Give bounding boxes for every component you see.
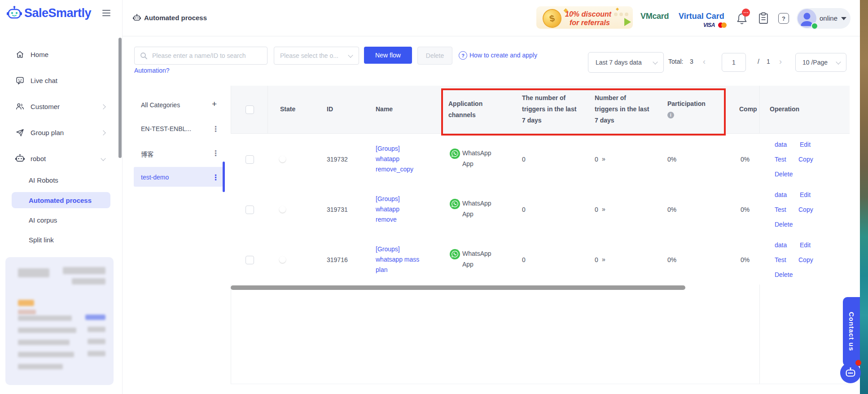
col-name: Name (376, 104, 393, 115)
vmcard-product[interactable]: Virtual Card (679, 12, 724, 21)
coin-icon: $ (541, 7, 563, 29)
page-size-chevron-down-icon (836, 59, 841, 64)
op-test-link[interactable]: Test (775, 256, 786, 263)
search-input[interactable] (151, 52, 267, 60)
tasks-clipboard-icon[interactable] (758, 12, 769, 26)
double-arrow-icon[interactable]: » (602, 155, 605, 162)
help-circle-icon: ? (459, 51, 467, 60)
sidebar-item-ai-robots[interactable]: AI Robots (29, 176, 58, 184)
promo-arrow-icon (624, 18, 631, 26)
online-status-dot (811, 22, 818, 30)
double-arrow-icon[interactable]: » (602, 256, 605, 263)
vmcard-brand[interactable]: VMcard (640, 12, 669, 21)
triggers-number-value: 0 (522, 156, 526, 163)
page-size-select[interactable]: 10 /Page (795, 53, 846, 72)
completion-value: 0% (741, 156, 750, 163)
category-kebab-icon[interactable]: ⋮ (212, 173, 219, 182)
sidebar-scrollbar[interactable] (118, 38, 122, 158)
row-checkbox[interactable] (245, 155, 254, 164)
participation-value: 0% (667, 206, 676, 213)
op-edit-link[interactable]: Edit (800, 141, 811, 148)
next-page-chevron-icon[interactable]: › (779, 57, 782, 66)
add-category-plus-icon[interactable]: + (212, 99, 217, 109)
sidebar-item-automated-process[interactable]: Automated process (29, 197, 92, 204)
channel-label: WhatsApp App (462, 148, 501, 169)
participation-value: 0% (667, 256, 676, 263)
participation-value: 0% (667, 156, 676, 163)
category-item[interactable]: EN-TEST-ENBL... (141, 125, 191, 132)
sidebar-item-customer[interactable]: Customer (15, 102, 60, 111)
row-checkbox[interactable] (245, 206, 254, 214)
op-copy-link[interactable]: Copy (798, 206, 813, 213)
date-range-select[interactable]: Last 7 days data (588, 52, 664, 73)
flow-name-link[interactable]: [Groups]whatappremove (376, 194, 429, 225)
sidebar-plan-card-blurred (5, 257, 114, 385)
triggers-count-link[interactable]: 0 (595, 156, 598, 163)
search-box[interactable] (134, 47, 267, 65)
user-caret-down-icon (841, 17, 846, 20)
prev-page-chevron-icon[interactable]: ‹ (703, 57, 706, 66)
select-all-checkbox[interactable] (245, 105, 254, 114)
table-horizontal-scrollbar[interactable] (231, 285, 685, 290)
user-menu[interactable]: online (797, 8, 850, 29)
notifications-bell-icon[interactable] (736, 12, 748, 26)
new-flow-button[interactable]: New flow (364, 47, 412, 64)
op-edit-link[interactable]: Edit (800, 191, 811, 198)
flow-name-link[interactable]: [Groups]whatappremove_copy (376, 144, 429, 175)
how-to-link-line2[interactable]: Automation? (134, 67, 170, 74)
sidebar-collapse-button[interactable] (102, 10, 110, 18)
triggers-count-link[interactable]: 0 (595, 206, 598, 213)
op-delete-link[interactable]: Delete (775, 171, 793, 178)
delete-button[interactable]: Delete (417, 47, 452, 65)
sidebar-item-label: Customer (31, 103, 60, 110)
sidebar-item-live-chat[interactable]: Live chat (15, 76, 57, 85)
user-status-label: online (820, 14, 837, 22)
op-delete-link[interactable]: Delete (775, 221, 793, 228)
sidebar-item-label: robot (31, 155, 46, 162)
category-item[interactable]: 博客 (141, 149, 153, 158)
op-copy-link[interactable]: Copy (798, 256, 813, 263)
trigger-select[interactable]: Please select the o... (274, 47, 359, 65)
triggers-number-value: 0 (522, 256, 526, 263)
sidebar-item-ai-corpus[interactable]: AI corpus (29, 216, 57, 224)
op-data-link[interactable]: data (775, 241, 787, 249)
page-number-input[interactable]: 1 (722, 53, 746, 72)
brand-name: SaleSmartly (24, 6, 91, 20)
op-data-link[interactable]: data (775, 191, 787, 198)
customer-expand-chevron-icon[interactable] (101, 104, 105, 109)
referral-promo-banner[interactable]: $ 10% discount for referrals (536, 6, 633, 29)
op-copy-link[interactable]: Copy (798, 156, 813, 163)
sidebar-item-home[interactable]: Home (15, 50, 48, 59)
sidebar-item-split-link[interactable]: Split link (29, 236, 54, 244)
completion-value: 0% (741, 256, 750, 263)
row-checkbox[interactable] (245, 256, 254, 264)
help-icon[interactable]: ? (778, 13, 789, 24)
category-kebab-icon[interactable]: ⋮ (212, 149, 219, 158)
whatsapp-icon (450, 199, 460, 211)
double-arrow-icon[interactable]: » (602, 206, 605, 213)
chat-icon (15, 76, 25, 85)
op-edit-link[interactable]: Edit (800, 241, 811, 249)
robot-collapse-chevron-icon[interactable] (101, 156, 105, 161)
group-plan-expand-chevron-icon[interactable] (101, 130, 105, 135)
sidebar-item-robot[interactable]: robot (15, 154, 46, 163)
whatsapp-icon (450, 249, 460, 261)
op-delete-link[interactable]: Delete (775, 271, 793, 278)
op-data-link[interactable]: data (775, 141, 787, 148)
how-to-link-line1[interactable]: How to create and apply (469, 52, 537, 59)
contact-us-tab[interactable]: Contact us (843, 297, 860, 366)
flow-name-link[interactable]: [Groups]whatsapp massplan (376, 244, 429, 275)
table-bottom-border (231, 384, 850, 384)
category-kebab-icon[interactable]: ⋮ (212, 124, 219, 134)
triggers-count-link[interactable]: 0 (595, 256, 598, 263)
category-item-selected[interactable]: test-demo (141, 174, 169, 181)
topbar-divider (122, 36, 860, 36)
op-test-link[interactable]: Test (775, 156, 786, 163)
send-icon (15, 128, 25, 137)
sidebar-item-group-plan[interactable]: Group plan (15, 128, 64, 137)
op-test-link[interactable]: Test (775, 206, 786, 213)
category-all[interactable]: All Categories (141, 101, 180, 109)
row-id: 319732 (327, 156, 348, 163)
desktop-wallpaper-strip (860, 0, 868, 394)
total-value: 3 (690, 58, 693, 65)
